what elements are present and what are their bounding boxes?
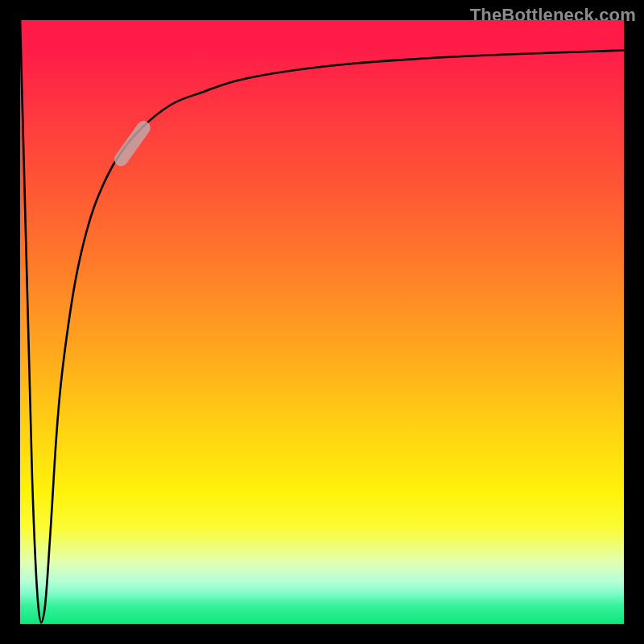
- bottleneck-curve: [20, 20, 624, 622]
- chart-container: TheBottleneck.com: [0, 0, 644, 644]
- curve-layer: [20, 20, 624, 624]
- plot-area: [20, 20, 624, 624]
